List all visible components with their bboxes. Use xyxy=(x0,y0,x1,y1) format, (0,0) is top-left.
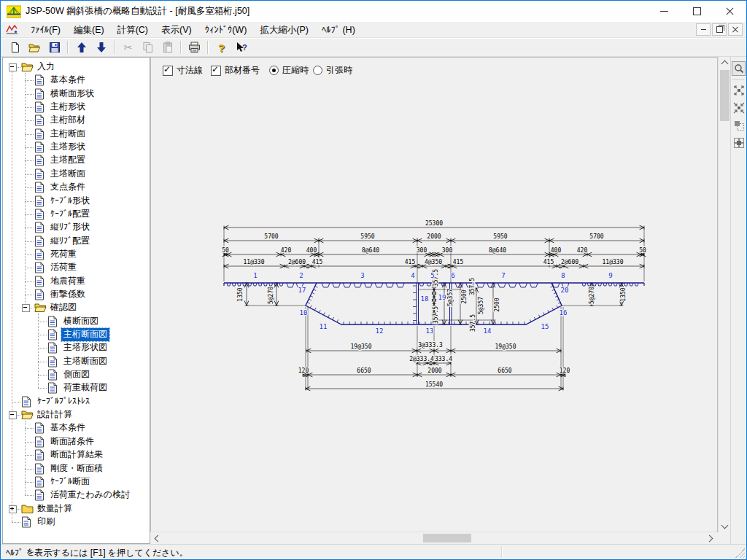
tree-item-11[interactable]: ｹｰﾌﾞﾙ配置 xyxy=(3,208,150,221)
move-down-button[interactable] xyxy=(92,39,110,55)
tree-item-10[interactable]: ｹｰﾌﾞﾙ形状 xyxy=(3,195,150,208)
print-icon xyxy=(188,42,201,53)
maximize-button[interactable] xyxy=(681,1,713,22)
tree-item-16[interactable]: 地震荷重 xyxy=(3,275,150,288)
vertical-scroll-thumb[interactable] xyxy=(720,70,729,121)
tree-item-15[interactable]: 活荷重 xyxy=(3,261,150,274)
tree-item-7[interactable]: 主塔配置 xyxy=(3,154,150,167)
tree-item-13[interactable]: 縦ﾘﾌﾞ配置 xyxy=(3,235,150,248)
radio-tension[interactable]: 引張時 xyxy=(313,64,352,77)
member-numbers-checkbox[interactable] xyxy=(211,66,221,76)
tree-item-0[interactable]: 入力 xyxy=(3,61,150,74)
tree-item-label: 断面諸条件 xyxy=(48,435,96,448)
expand-icon[interactable] xyxy=(9,505,17,513)
horizontal-scrollbar[interactable] xyxy=(150,532,716,544)
mdi-minimize-button[interactable] xyxy=(696,23,711,36)
tree-item-17[interactable]: 衝撃係数 xyxy=(3,288,150,301)
resize-grip[interactable] xyxy=(735,548,745,558)
collapse-icon[interactable] xyxy=(9,63,17,71)
dimension-label: 5700 xyxy=(264,233,278,240)
tree-item-4[interactable]: 主桁部材 xyxy=(3,114,150,127)
collapse-icon[interactable] xyxy=(9,411,17,419)
tree-item-1[interactable]: 基本条件 xyxy=(3,74,150,87)
cut-button[interactable]: ✂ xyxy=(119,39,137,55)
dimension-lines-checkbox[interactable] xyxy=(163,66,173,76)
dimension-label: 1350 xyxy=(237,287,244,301)
radio-compression[interactable]: 圧縮時 xyxy=(269,64,309,77)
chevron-up-icon xyxy=(721,61,729,68)
doc-icon xyxy=(34,489,47,501)
menu-view[interactable]: 表示(V) xyxy=(155,23,198,36)
dimension-label: 420 xyxy=(281,247,292,254)
tree-item-24[interactable]: 荷重載荷図 xyxy=(3,381,150,394)
minimize-button[interactable] xyxy=(648,1,681,22)
tree-item-9[interactable]: 支点条件 xyxy=(3,181,150,194)
actual-size-button[interactable] xyxy=(732,118,746,133)
menu-calc[interactable]: 計算(C) xyxy=(111,23,155,36)
context-help-button[interactable]: ? xyxy=(232,39,250,55)
doc-icon xyxy=(21,516,34,528)
svg-text:?: ? xyxy=(242,43,247,52)
tree-item-33[interactable]: 数量計算 xyxy=(3,502,150,516)
tree-item-21[interactable]: 主塔形状図 xyxy=(3,341,150,354)
copy-button[interactable] xyxy=(139,39,157,55)
tree-item-12[interactable]: 縦ﾘﾌﾞ形状 xyxy=(3,221,150,234)
tree-item-selected[interactable]: 主桁断面図 xyxy=(3,328,150,341)
menu-edit[interactable]: 編集(E) xyxy=(67,23,111,36)
tree-item-23[interactable]: 側面図 xyxy=(3,368,150,381)
tree-item-18[interactable]: 確認図 xyxy=(3,301,150,314)
compression-radio[interactable] xyxy=(269,66,279,75)
mdi-close-button[interactable] xyxy=(728,23,743,36)
save-file-button[interactable] xyxy=(45,39,63,55)
vertical-scrollbar[interactable] xyxy=(718,57,731,532)
tree-item-29[interactable]: 断面計算結果 xyxy=(3,448,150,462)
tree-item-34[interactable]: 印刷 xyxy=(3,516,150,529)
scroll-down-button[interactable] xyxy=(719,521,731,532)
menu-zoom[interactable]: 拡大縮小(P) xyxy=(253,23,315,36)
mdi-restore-button[interactable] xyxy=(712,23,727,36)
menu-file[interactable]: ﾌｧｲﾙ(F) xyxy=(24,23,67,36)
close-button[interactable] xyxy=(713,1,746,22)
tree-item-30[interactable]: 剛度・断面積 xyxy=(3,462,150,475)
application-window: JSP-50W 鋼斜張橋の概略自動設計 - [耐風多室箱桁.j50] ﾌｧｲﾙ(… xyxy=(0,0,747,560)
open-file-button[interactable] xyxy=(26,39,44,55)
zoom-shrink-button[interactable] xyxy=(732,101,746,115)
tree-item-22[interactable]: 主塔断面図 xyxy=(3,355,150,368)
tension-radio[interactable] xyxy=(313,66,322,75)
menu-window[interactable]: ｳｨﾝﾄﾞｳ(W) xyxy=(198,23,254,36)
dimension-label: 50 xyxy=(639,247,646,254)
tree-item-32[interactable]: 活荷重たわみの検討 xyxy=(3,489,150,502)
tree-item-2[interactable]: 横断面形状 xyxy=(3,88,150,101)
zoom-select-button[interactable] xyxy=(732,61,746,76)
paste-button[interactable] xyxy=(158,39,177,55)
menu-help[interactable]: ﾍﾙﾌﾟ (H) xyxy=(315,23,362,36)
tree-item-25[interactable]: ｹｰﾌﾞﾙﾌﾟﾚｽﾄﾚｽ xyxy=(3,395,150,408)
zoom-expand-button[interactable] xyxy=(732,83,746,98)
move-up-button[interactable] xyxy=(72,39,90,55)
tree-item-31[interactable]: ｹｰﾌﾞﾙ断面 xyxy=(3,475,150,489)
print-button[interactable] xyxy=(185,39,204,55)
tree-connector xyxy=(25,254,34,255)
horizontal-scroll-thumb[interactable] xyxy=(423,534,471,542)
minimize-icon xyxy=(660,11,668,12)
help-button[interactable]: ? xyxy=(212,39,231,55)
tree-item-28[interactable]: 断面諸条件 xyxy=(3,435,150,448)
tree-item-27[interactable]: 基本条件 xyxy=(3,421,150,435)
tree-item-3[interactable]: 主桁形状 xyxy=(3,101,150,114)
checkbox-member-numbers[interactable]: 部材番号 xyxy=(211,64,260,77)
scroll-left-button[interactable] xyxy=(150,532,163,544)
checkbox-dimension-lines[interactable]: 寸法線 xyxy=(163,64,203,77)
tree-item-5[interactable]: 主桁断面 xyxy=(3,128,150,141)
tree-item-26[interactable]: 設計計算 xyxy=(3,408,150,421)
tree-item-8[interactable]: 主塔断面 xyxy=(3,168,150,181)
document-icon[interactable] xyxy=(6,24,18,35)
new-file-button[interactable] xyxy=(6,39,24,55)
scroll-right-button[interactable] xyxy=(704,532,716,544)
tree-item-6[interactable]: 主塔形状 xyxy=(3,141,150,154)
fit-window-button[interactable] xyxy=(732,136,746,150)
tree-item-19[interactable]: 横断面図 xyxy=(3,315,150,328)
tree-item-14[interactable]: 死荷重 xyxy=(3,248,150,261)
scroll-up-button[interactable] xyxy=(719,57,731,69)
collapse-icon[interactable] xyxy=(22,304,30,312)
dimension-label: 2@333.4 xyxy=(409,356,434,362)
